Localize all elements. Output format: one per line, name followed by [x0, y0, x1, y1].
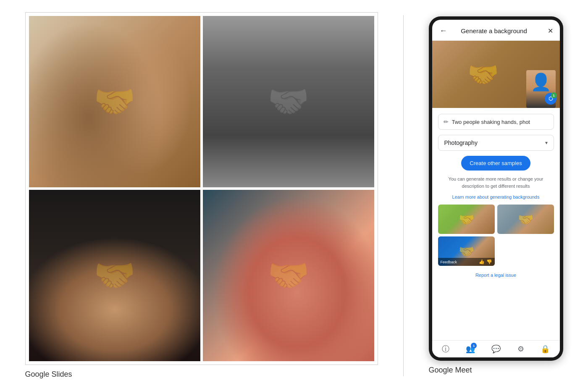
slide-image-1	[29, 16, 200, 187]
thumbs-up-icon[interactable]: 👍	[479, 259, 485, 265]
nav-info-icon[interactable]: ⓘ	[442, 344, 449, 354]
phone-mockup: ← Generate a background ✕ ⬡ 1 ✏ Two peop…	[429, 16, 563, 361]
thumbs-down-icon[interactable]: 👎	[486, 259, 492, 265]
phone-screen: ← Generate a background ✕ ⬡ 1 ✏ Two peop…	[432, 20, 560, 357]
slides-grid	[25, 12, 378, 365]
slide-image-4	[203, 190, 374, 361]
create-samples-button[interactable]: Create other samples	[461, 156, 530, 171]
preview-area: ⬡ 1	[432, 41, 560, 108]
google-meet-label: Google Meet	[429, 366, 472, 375]
feedback-icons: 👍 👎	[479, 259, 492, 265]
text-input-row[interactable]: ✏ Two people shaking hands, phot	[438, 114, 554, 130]
thumbnail-2[interactable]	[497, 205, 554, 234]
badge-count: 1	[551, 92, 557, 98]
layers-badge[interactable]: ⬡ 1	[545, 93, 556, 105]
thumbnails-grid: Feedback 👍 👎	[438, 205, 554, 266]
slide-image-2	[203, 16, 374, 187]
dropdown-value: Photography	[444, 139, 478, 146]
thumbnail-1[interactable]	[438, 205, 495, 234]
nav-people-icon[interactable]: 👥 1	[466, 344, 475, 354]
panel-header: ← Generate a background ✕	[432, 20, 560, 41]
learn-more-link[interactable]: Learn more about generating backgrounds	[438, 194, 554, 199]
people-badge: 1	[471, 343, 477, 349]
back-button[interactable]: ←	[439, 26, 448, 36]
dropdown-arrow-icon: ▾	[545, 140, 548, 146]
text-input-value: Two people shaking hands, phot	[452, 119, 530, 125]
nav-lock-icon[interactable]: 🔒	[541, 344, 550, 354]
left-section: Google Slides	[25, 12, 378, 379]
slide-image-3	[29, 190, 200, 361]
section-divider	[403, 15, 404, 376]
panel-body: ✏ Two people shaking hands, phot Photogr…	[432, 108, 560, 340]
thumbnail-3[interactable]: Feedback 👍 👎	[438, 236, 495, 266]
bottom-nav: ⓘ 👥 1 💬 ⚙ 🔒	[432, 340, 560, 357]
nav-activities-icon[interactable]: ⚙	[517, 344, 524, 354]
nav-chat-icon[interactable]: 💬	[491, 344, 501, 354]
google-slides-label: Google Slides	[25, 370, 72, 379]
style-dropdown[interactable]: Photography ▾	[438, 135, 554, 151]
helper-text: You can generate more results or change …	[438, 176, 554, 189]
feedback-bar: Feedback 👍 👎	[438, 258, 495, 266]
right-section: ← Generate a background ✕ ⬡ 1 ✏ Two peop…	[429, 16, 563, 375]
panel-title: Generate a background	[448, 27, 540, 34]
feedback-label: Feedback	[441, 260, 457, 264]
close-button[interactable]: ✕	[548, 27, 553, 35]
report-legal-link[interactable]: Report a legal issue	[438, 271, 554, 279]
edit-icon: ✏	[444, 118, 449, 125]
